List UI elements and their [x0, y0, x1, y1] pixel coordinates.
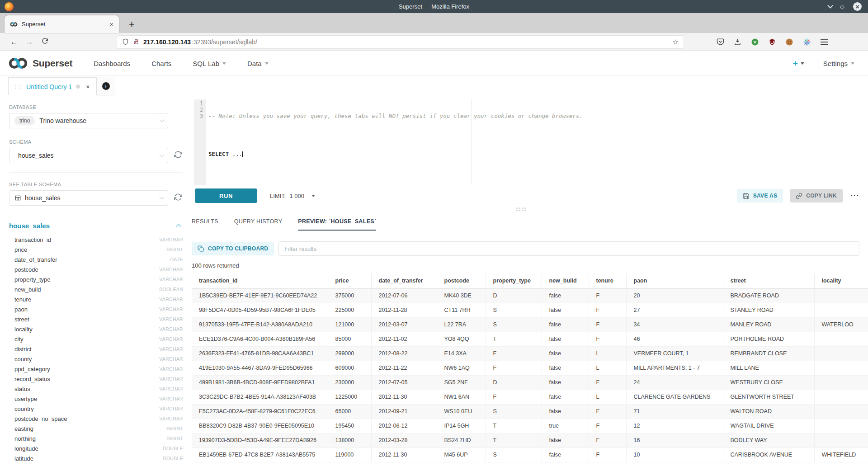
table-header-cell[interactable]: date_of_transfer: [371, 273, 437, 288]
window-close-button[interactable]: ×: [853, 2, 862, 11]
schema-select[interactable]: house_sales: [9, 148, 168, 163]
refresh-schemas-button[interactable]: [174, 151, 182, 160]
editor-code[interactable]: -- Note: Unless you save your query, the…: [206, 99, 859, 185]
filter-results-input[interactable]: [278, 241, 859, 256]
tab-close-icon[interactable]: ×: [109, 20, 113, 28]
run-button[interactable]: RUN: [195, 188, 257, 203]
privacy-badger-icon[interactable]: [751, 38, 759, 46]
shield-permissions-icon[interactable]: [122, 38, 129, 45]
window-maximize-button[interactable]: ◇: [840, 4, 844, 9]
back-button[interactable]: ←: [6, 38, 22, 47]
menu-hamburger-icon[interactable]: [821, 39, 828, 40]
table-row[interactable]: 98F5DC47-0D05-4D59-95B7-98CA6F1FDE05 225…: [192, 303, 868, 317]
nav-item-dashboards[interactable]: Dashboards: [94, 60, 130, 67]
superset-logo[interactable]: Superset: [8, 57, 72, 70]
table-header-cell[interactable]: paon: [626, 273, 723, 288]
table-header-cell[interactable]: tenure: [589, 273, 626, 288]
table-row[interactable]: 2636F323-FF41-4765-81DB-98CAA6A43BC1 299…: [192, 346, 868, 361]
table-row[interactable]: 1B5C39ED-BE7F-41EF-9E71-9C60EED74A22 375…: [192, 288, 868, 303]
schema-column-row[interactable]: country VARCHAR: [9, 404, 183, 414]
copy-to-clipboard-button[interactable]: COPY TO CLIPBOARD: [192, 242, 274, 255]
table-header-cell[interactable]: postcode: [437, 273, 486, 288]
schema-column-row[interactable]: property_type VARCHAR: [9, 274, 183, 284]
insecure-lock-icon[interactable]: [133, 38, 139, 45]
cell-new-build: false: [542, 433, 589, 447]
forward-button[interactable]: →: [22, 38, 37, 47]
schema-column-row[interactable]: northing BIGINT: [9, 433, 183, 443]
table-header-cell[interactable]: locality: [814, 273, 868, 288]
table-row[interactable]: 3C3C29DC-B7B2-4BE5-914A-A38123AF403B 122…: [192, 390, 868, 404]
pane-resize-handle[interactable]: [516, 207, 518, 209]
table-row[interactable]: 193907D3-5DBD-453D-A49E-9FEE27DAB926 138…: [192, 433, 868, 447]
table-header-cell[interactable]: new_build: [542, 273, 589, 288]
table-header-cell[interactable]: property_type: [486, 273, 542, 288]
schema-column-row[interactable]: record_status VARCHAR: [9, 374, 183, 384]
settings-menu[interactable]: Settings: [823, 60, 854, 67]
ublock-icon[interactable]: [769, 38, 776, 46]
url-bar[interactable]: 217.160.120.143 :32393/superset/sqllab/ …: [117, 35, 684, 49]
table-row[interactable]: EB1459EB-67ED-47C8-B2E7-A38143AB5575 119…: [192, 447, 868, 462]
schema-column-row[interactable]: ppd_category VARCHAR: [9, 364, 183, 374]
refresh-tables-button[interactable]: [174, 193, 182, 203]
drag-handle-icon[interactable]: ⋮⋮: [13, 84, 22, 90]
schema-column-row[interactable]: easting BIGINT: [9, 424, 183, 433]
tab-preview-house-sales[interactable]: PREVIEW: `HOUSE_SALES`: [298, 218, 376, 231]
copy-link-button[interactable]: COPY LINK: [790, 189, 843, 203]
pocket-icon[interactable]: [717, 38, 724, 46]
nav-item-sql-lab[interactable]: SQL Lab: [193, 60, 226, 67]
database-select[interactable]: trino Trino warehouse: [9, 113, 168, 128]
table-row[interactable]: BB8320C9-D82B-4B37-90E0-9FEE05095E10 195…: [192, 419, 868, 433]
column-name: city: [9, 336, 24, 343]
schema-column-row[interactable]: county VARCHAR: [9, 354, 183, 364]
schema-column-row[interactable]: status VARCHAR: [9, 384, 183, 394]
table-header-cell[interactable]: transaction_id: [192, 273, 328, 288]
schema-column-row[interactable]: usertype VARCHAR: [9, 394, 183, 404]
schema-column-row[interactable]: street VARCHAR: [9, 314, 183, 324]
schema-column-row[interactable]: tenure VARCHAR: [9, 294, 183, 304]
cookie-icon[interactable]: [785, 38, 793, 46]
collapse-chevron-up-icon[interactable]: [176, 224, 181, 229]
table-row[interactable]: ECE1D376-C9A6-4C00-B004-A380B189FA56 850…: [192, 332, 868, 346]
reload-button[interactable]: [37, 38, 52, 47]
schema-column-row[interactable]: postcode_no_space VARCHAR: [9, 414, 183, 424]
table-row[interactable]: 499B1981-3B6B-4BCD-808F-9FED9802BFA1 230…: [192, 375, 868, 390]
browser-tab[interactable]: Superset ×: [5, 15, 119, 33]
tab-query-history[interactable]: QUERY HISTORY: [234, 218, 282, 231]
new-query-tab-button[interactable]: +: [97, 77, 115, 95]
new-item-button[interactable]: +: [793, 58, 804, 68]
table-row[interactable]: 91370533-19F5-47FE-B142-A380A8ADA210 121…: [192, 317, 868, 332]
schema-column-row[interactable]: locality VARCHAR: [9, 324, 183, 334]
window-minimize-button[interactable]: [827, 3, 833, 9]
new-browser-tab-button[interactable]: +: [129, 19, 135, 29]
window-titlebar[interactable]: Superset — Mozilla Firefox ◇ ×: [0, 0, 868, 13]
schema-column-row[interactable]: latitude DOUBLE: [9, 453, 183, 463]
schema-column-row[interactable]: longitude DOUBLE: [9, 443, 183, 453]
save-as-button[interactable]: SAVE AS: [737, 189, 783, 203]
schema-column-row[interactable]: new_build BOOLEAN: [9, 284, 183, 294]
table-select[interactable]: house_sales: [9, 190, 168, 206]
schema-column-row[interactable]: transaction_id VARCHAR: [9, 235, 183, 245]
schema-column-row[interactable]: postcode VARCHAR: [9, 264, 183, 274]
schema-column-row[interactable]: district VARCHAR: [9, 344, 183, 354]
more-actions-button[interactable]: ···: [850, 191, 859, 200]
nav-item-data[interactable]: Data: [247, 60, 269, 67]
download-icon[interactable]: [734, 38, 741, 46]
schema-column-row[interactable]: date_of_transfer DATE: [9, 254, 183, 264]
schema-column-row[interactable]: paon VARCHAR: [9, 304, 183, 314]
sql-editor[interactable]: 1 2 3 -- Note: Unless you save your quer…: [194, 99, 859, 185]
table-row[interactable]: 419E1030-9A55-4467-8DA9-9FED95D65966 609…: [192, 361, 868, 375]
results-table-container[interactable]: transaction_idpricedate_of_transferpostc…: [192, 273, 868, 471]
table-row[interactable]: F5C273AC-0D2A-458F-8279-9C61F0C22EC6 650…: [192, 404, 868, 419]
table-header-cell[interactable]: price: [328, 273, 371, 288]
cell-date-of-transfer: 2012-11-30: [371, 447, 437, 462]
limit-dropdown[interactable]: LIMIT: 1 000: [270, 193, 315, 199]
schema-column-row[interactable]: city VARCHAR: [9, 334, 183, 344]
query-tab-active[interactable]: ⋮⋮ Untitled Query 1 ×: [8, 77, 97, 95]
tab-results[interactable]: RESULTS: [192, 218, 218, 231]
table-header-cell[interactable]: street: [723, 273, 814, 288]
query-tab-close-icon[interactable]: ×: [86, 83, 90, 90]
bookmark-star-icon[interactable]: ☆: [673, 38, 679, 46]
extension-pinwheel-icon[interactable]: [803, 38, 811, 46]
schema-column-row[interactable]: price BIGINT: [9, 245, 183, 254]
nav-item-charts[interactable]: Charts: [151, 60, 171, 67]
